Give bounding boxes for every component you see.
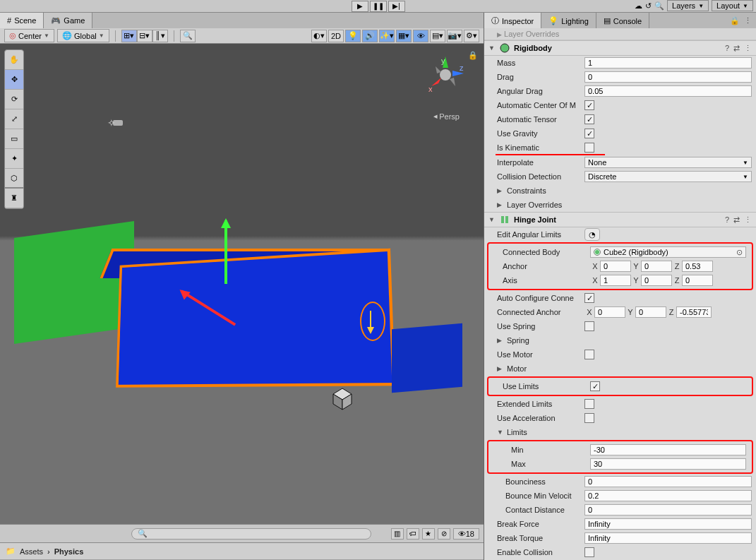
axis-z[interactable] bbox=[682, 275, 713, 286]
spring-row[interactable]: ▶Spring bbox=[484, 333, 756, 347]
limits-foldout[interactable]: ▼Limits bbox=[484, 425, 756, 439]
preset-icon[interactable]: ⇄ bbox=[733, 215, 740, 225]
lighting-toggle[interactable]: 💡 bbox=[345, 30, 361, 42]
axis-y[interactable] bbox=[641, 275, 672, 286]
use-spring-checkbox[interactable] bbox=[584, 321, 594, 331]
foldout-icon[interactable]: ▼ bbox=[488, 216, 496, 223]
anchor-x[interactable] bbox=[600, 261, 631, 272]
contact-distance-field[interactable] bbox=[584, 504, 752, 516]
step-button[interactable]: ▶| bbox=[388, 1, 405, 12]
enable-collision-checkbox[interactable] bbox=[584, 547, 594, 557]
transform-tool[interactable]: ✦ bbox=[5, 149, 23, 169]
bounce-min-vel-field[interactable] bbox=[584, 490, 752, 501]
pivot-dropdown[interactable]: ◎Center▼ bbox=[4, 29, 54, 42]
kebab-icon[interactable]: ⋮ bbox=[744, 44, 752, 53]
projection-label[interactable]: ◂ Persp bbox=[433, 112, 460, 121]
object-picker-icon[interactable]: ⊙ bbox=[736, 248, 743, 257]
mass-field[interactable] bbox=[584, 57, 752, 68]
anchor-z[interactable] bbox=[682, 261, 713, 272]
search-input[interactable]: 🔍 bbox=[131, 528, 371, 540]
move-tool[interactable]: ✥ bbox=[5, 70, 23, 90]
use-gravity-checkbox[interactable] bbox=[584, 129, 594, 138]
skybox-toggle[interactable]: ▦▾ bbox=[396, 30, 412, 42]
handle-dropdown[interactable]: 🌐Global▼ bbox=[57, 29, 109, 42]
is-kinematic-checkbox[interactable] bbox=[584, 143, 594, 153]
rotate-tool[interactable]: ⟳ bbox=[5, 90, 23, 109]
break-force-field[interactable] bbox=[584, 518, 752, 530]
limits-min-field[interactable] bbox=[590, 444, 746, 455]
interpolate-dropdown[interactable]: None▼ bbox=[584, 157, 752, 168]
motor-row[interactable]: ▶Motor bbox=[484, 362, 756, 376]
visibility-toggle[interactable]: 👁 bbox=[413, 30, 428, 42]
snap-settings-button[interactable]: ║▾ bbox=[152, 30, 168, 42]
collision-dropdown[interactable]: Discrete▼ bbox=[584, 171, 752, 182]
scene-object-blue-cube[interactable] bbox=[392, 323, 462, 393]
cloud-icon[interactable]: ☁ bbox=[635, 1, 642, 11]
status-count[interactable]: 👁18 bbox=[453, 528, 479, 540]
camera-button[interactable]: 📷▾ bbox=[447, 30, 462, 42]
use-limits-checkbox[interactable] bbox=[590, 381, 600, 391]
search-scene-button[interactable]: 🔍 bbox=[180, 30, 196, 42]
help-icon[interactable]: ? bbox=[725, 215, 729, 225]
custom-tool-1[interactable]: ⬡ bbox=[5, 169, 23, 189]
breadcrumb-folder[interactable]: Physics bbox=[54, 547, 84, 556]
tab-game[interactable]: 🎮Game bbox=[44, 13, 92, 28]
audio-toggle[interactable]: 🔊 bbox=[362, 30, 378, 42]
orientation-gizmo[interactable]: y z x bbox=[424, 54, 467, 96]
tab-scene[interactable]: #Scene bbox=[0, 13, 44, 28]
search-global-icon[interactable]: 🔍 bbox=[654, 1, 664, 11]
rect-tool[interactable]: ▭ bbox=[5, 129, 23, 149]
play-button[interactable]: ▶ bbox=[352, 1, 368, 12]
grid-snap-button[interactable]: ⊞▾ bbox=[121, 30, 137, 42]
scene-object-selected[interactable] bbox=[116, 249, 395, 388]
tab-console[interactable]: ▤Console bbox=[596, 13, 649, 29]
breadcrumb-root[interactable]: Assets bbox=[20, 547, 43, 556]
draw-mode-button[interactable]: ◐▾ bbox=[311, 30, 327, 42]
limits-max-field[interactable] bbox=[590, 458, 746, 470]
gizmos-button[interactable]: ⚙▾ bbox=[464, 30, 479, 42]
pause-button[interactable]: ❚❚ bbox=[370, 1, 387, 12]
anchor-y[interactable] bbox=[641, 261, 672, 272]
extended-limits-checkbox[interactable] bbox=[584, 399, 594, 409]
edit-limits-button[interactable]: ◔ bbox=[584, 228, 600, 241]
hinge-axis-arrow[interactable] bbox=[370, 311, 371, 332]
scale-tool[interactable]: ⤢ bbox=[5, 109, 23, 129]
layout-dropdown[interactable]: Layout ▼ bbox=[712, 0, 753, 11]
bounciness-field[interactable] bbox=[584, 476, 752, 487]
hingejoint-header[interactable]: ▼ Hinge Joint ? ⇄ ⋮ bbox=[484, 212, 756, 227]
rigidbody-header[interactable]: ▼ Rigidbody ? ⇄ ⋮ bbox=[484, 40, 756, 56]
auto-tensor-checkbox[interactable] bbox=[584, 114, 594, 124]
scene-object-green-cube[interactable] bbox=[14, 221, 134, 344]
tab-lighting[interactable]: 💡Lighting bbox=[541, 13, 596, 29]
help-icon[interactable]: ? bbox=[725, 44, 729, 53]
axis-x[interactable] bbox=[600, 275, 631, 286]
conn-anchor-z[interactable] bbox=[676, 306, 712, 318]
fx-toggle[interactable]: ✨▾ bbox=[379, 30, 395, 42]
hand-tool[interactable]: ✋ bbox=[5, 50, 23, 70]
status-btn-3[interactable]: ★ bbox=[422, 528, 435, 540]
use-motor-checkbox[interactable] bbox=[584, 350, 594, 359]
layer-overrides-row[interactable]: ▶Layer Overrides bbox=[484, 198, 756, 212]
status-btn-1[interactable]: ▥ bbox=[391, 528, 404, 540]
lock-icon[interactable]: 🔒 bbox=[730, 16, 740, 25]
scene-view[interactable]: ✋ ✥ ⟳ ⤢ ▭ ✦ ⬡ ♜ 🔒 y z x ◂ Persp ✧ bbox=[0, 44, 484, 524]
conn-anchor-x[interactable] bbox=[594, 306, 625, 318]
kebab-icon[interactable]: ⋮ bbox=[744, 215, 752, 225]
move-gizmo-y[interactable] bbox=[224, 220, 227, 284]
foldout-icon[interactable]: ▼ bbox=[488, 44, 496, 52]
layers-visibility-button[interactable]: ▤▾ bbox=[430, 30, 445, 42]
break-torque-field[interactable] bbox=[584, 532, 752, 544]
gizmo-lock-icon[interactable]: 🔒 bbox=[468, 51, 478, 60]
conn-anchor-y[interactable] bbox=[635, 306, 666, 318]
tab-inspector[interactable]: ⓘInspector bbox=[484, 13, 541, 29]
drag-field[interactable] bbox=[584, 71, 752, 83]
preset-icon[interactable]: ⇄ bbox=[733, 44, 740, 53]
auto-com-checkbox[interactable] bbox=[584, 100, 594, 110]
mode-2d-button[interactable]: 2D bbox=[328, 30, 344, 42]
connected-body-field[interactable]: Cube2 (Rigidbody) ⊙ bbox=[590, 246, 746, 258]
history-icon[interactable]: ↺ bbox=[645, 1, 652, 11]
kebab-icon[interactable]: ⋮ bbox=[744, 16, 752, 25]
auto-configure-checkbox[interactable] bbox=[584, 293, 594, 303]
angular-drag-field[interactable] bbox=[584, 85, 752, 97]
status-btn-2[interactable]: 🏷 bbox=[407, 528, 419, 540]
